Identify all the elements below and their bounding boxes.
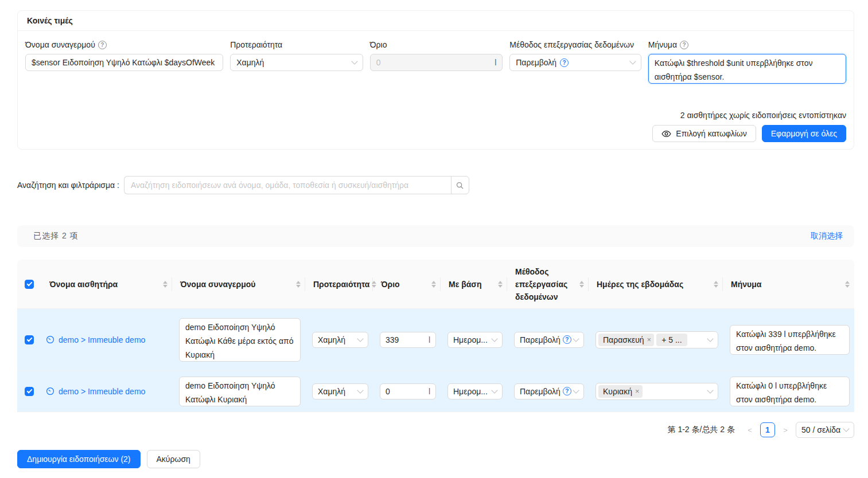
chevron-down-icon	[357, 387, 363, 393]
method-value: Παρεμβολή	[516, 58, 556, 67]
row-checkbox[interactable]	[25, 387, 34, 396]
day-tag: Παρασκευή×	[598, 334, 654, 346]
search-label: Αναζήτηση και φιλτράρισμα :	[17, 181, 119, 190]
method-field-group: Μέθοδος επεξεργασίας δεδομένων Παρεμβολή…	[509, 40, 641, 85]
priority-field-group: Προτεραιότητα Χαμηλή	[230, 40, 363, 85]
create-alerts-button[interactable]: Δημιουργία ειδοποιήσεων (2)	[17, 450, 141, 468]
sort-icon	[579, 281, 584, 288]
limit-field-group: Όριο 0 l	[370, 40, 503, 85]
eye-icon	[661, 129, 671, 139]
row-based-on-select[interactable]: Ημερομ...	[447, 383, 503, 399]
header-alarm-name[interactable]: Όνομα συναγερμού	[172, 260, 305, 308]
cancel-label: Ακύρωση	[157, 455, 190, 464]
priority-select[interactable]: Χαμηλή	[230, 54, 363, 71]
pagination: 第 1-2 条/总共 2 条 < 1 > 50 / σελίδα	[17, 422, 854, 438]
row-days-multiselect[interactable]: Παρασκευή× + 5 ...	[595, 331, 718, 348]
row-method-select[interactable]: Παρεμβολή ?	[514, 332, 584, 348]
help-icon[interactable]: ?	[98, 41, 107, 49]
chevron-down-icon	[573, 387, 579, 393]
row-alarm-name-textarea[interactable]: demo Ειδοποίηση Υψηλό Κατώφλι Κάθε μέρα …	[179, 318, 301, 362]
sort-icon	[714, 281, 718, 288]
check-icon	[26, 336, 32, 342]
create-alerts-label: Δημιουργία ειδοποιήσεων (2)	[27, 455, 131, 464]
header-message[interactable]: Μήνυμα	[723, 260, 854, 308]
search-group	[124, 176, 469, 194]
prev-page-icon[interactable]: <	[744, 426, 756, 434]
limit-input-disabled: 0 l	[370, 54, 503, 71]
row-alarm-name-textarea[interactable]: demo Ειδοποίηση Υψηλό Κατώφλι Κυριακή	[179, 377, 301, 406]
row-limit-input[interactable]: 0 l	[380, 383, 436, 399]
help-icon[interactable]: ?	[680, 41, 688, 49]
sort-icon	[845, 281, 850, 288]
footer-actions: Δημιουργία ειδοποιήσεων (2) Ακύρωση	[17, 450, 854, 468]
search-icon	[456, 181, 464, 190]
alerts-table: Όνομα αισθητήρα Όνομα συναγερμού Προτερα…	[17, 260, 854, 412]
apply-all-button[interactable]: Εφαρμογή σε όλες	[762, 125, 846, 142]
header-limit[interactable]: Όριο	[373, 260, 441, 308]
panel-buttons: Επιλογή κατωφλίων Εφαρμογή σε όλες	[25, 125, 846, 142]
limit-unit-suffix: l	[429, 387, 430, 396]
selection-bar: 已选择 2 项 取消选择	[17, 225, 854, 247]
common-values-panel: Κοινές τιμές Όνομα συναγερμού? Προτεραιό…	[17, 10, 854, 150]
sensor-link[interactable]: demo > Immeuble demo	[46, 387, 145, 396]
select-all-checkbox[interactable]	[25, 280, 34, 289]
alarm-name-label: Όνομα συναγερμού	[25, 40, 95, 49]
help-icon[interactable]: ?	[563, 335, 571, 344]
message-label: Μήνυμα	[648, 40, 677, 49]
row-message-textarea[interactable]: Κατώφλι 0 l υπερβλήθηκε στον αισθητήρα d…	[730, 377, 850, 406]
row-method-select[interactable]: Παρεμβολή ?	[514, 383, 584, 399]
check-icon	[26, 388, 32, 394]
row-checkbox[interactable]	[25, 335, 34, 344]
sensors-status-text: 2 αισθητήρες χωρίς ειδοποιήσεις εντοπίστ…	[25, 111, 846, 120]
row-limit-input[interactable]: 339 l	[380, 332, 436, 348]
cancel-button[interactable]: Ακύρωση	[147, 450, 200, 468]
header-days-of-week[interactable]: Ημέρες της εβδομάδας	[589, 260, 723, 308]
select-all-cell	[17, 260, 41, 308]
alarm-name-field-group: Όνομα συναγερμού?	[25, 40, 223, 85]
row-priority-select[interactable]: Χαμηλή	[312, 332, 368, 348]
row-priority-select[interactable]: Χαμηλή	[312, 383, 368, 399]
page-container: Κοινές τιμές Όνομα συναγερμού? Προτεραιό…	[17, 10, 854, 468]
panel-body: Όνομα συναγερμού? Προτεραιότητα Χαμηλή Ό…	[18, 31, 854, 149]
clear-selection-link[interactable]: 取消选择	[811, 231, 843, 241]
panel-title: Κοινές τιμές	[18, 11, 854, 31]
search-button[interactable]	[451, 176, 469, 194]
row-message-textarea[interactable]: Κατώφλι 339 l υπερβλήθηκε στον αισθητήρα…	[730, 325, 850, 355]
header-based-on[interactable]: Με βάση	[441, 260, 507, 308]
tag-close-icon[interactable]: ×	[635, 387, 640, 395]
message-textarea[interactable]: Κατώφλι $threshold $unit υπερβλήθηκε στο…	[648, 54, 846, 84]
chevron-down-icon	[843, 425, 849, 432]
method-label: Μέθοδος επεξεργασίας δεδομένων	[509, 40, 634, 49]
select-thresholds-button[interactable]: Επιλογή κατωφλίων	[652, 125, 756, 142]
message-field-group: Μήνυμα? Κατώφλι $threshold $unit υπερβλή…	[648, 40, 846, 85]
next-page-icon[interactable]: >	[780, 426, 791, 434]
search-input[interactable]	[124, 176, 451, 194]
limit-placeholder: 0	[376, 58, 381, 67]
page-number-button[interactable]: 1	[760, 422, 775, 437]
header-priority[interactable]: Προτεραιότητα	[305, 260, 373, 308]
sensor-link[interactable]: demo > Immeuble demo	[46, 335, 145, 344]
chevron-down-icon	[491, 387, 497, 393]
selected-count-text: 已选择 2 项	[33, 231, 79, 241]
panel-fields: Όνομα συναγερμού? Προτεραιότητα Χαμηλή Ό…	[25, 40, 846, 85]
page-size-select[interactable]: 50 / σελίδα	[796, 422, 854, 438]
limit-unit-suffix: l	[429, 335, 430, 344]
pagination-total-text: 第 1-2 条/总共 2 条	[668, 425, 735, 435]
apply-all-label: Εφαρμογή σε όλες	[771, 129, 837, 138]
gauge-icon	[46, 335, 55, 344]
alarm-name-input[interactable]	[25, 54, 223, 71]
chevron-down-icon	[351, 58, 357, 64]
row-days-multiselect[interactable]: Κυριακή×	[595, 383, 718, 400]
help-icon[interactable]: ?	[560, 58, 569, 67]
more-days-tag[interactable]: + 5 ...	[656, 334, 687, 346]
header-method[interactable]: Μέθοδος επεξεργασίας δεδομένων	[507, 260, 589, 308]
help-icon[interactable]: ?	[563, 387, 571, 395]
day-tag: Κυριακή×	[598, 385, 643, 398]
row-based-on-select[interactable]: Ημερομ...	[447, 332, 503, 348]
chevron-down-icon	[491, 335, 497, 342]
method-select[interactable]: Παρεμβολή?	[509, 54, 641, 71]
sort-icon	[163, 281, 168, 288]
sort-icon	[431, 281, 436, 288]
header-sensor-name[interactable]: Όνομα αισθητήρα	[41, 260, 172, 308]
tag-close-icon[interactable]: ×	[647, 335, 652, 344]
